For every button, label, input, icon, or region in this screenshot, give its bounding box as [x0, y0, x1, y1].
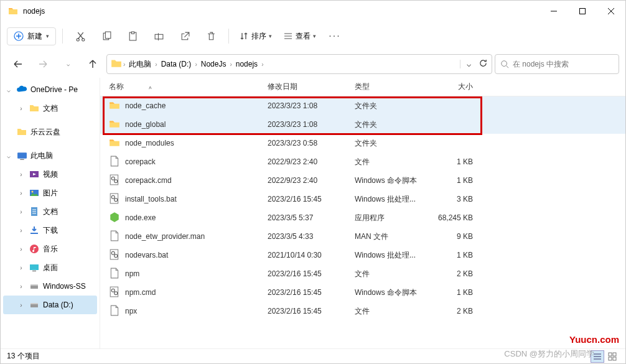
sidebar-item-docs[interactable]: ›文档 — [1, 99, 100, 118]
dropdown-icon[interactable]: ⌵ — [460, 60, 477, 68]
file-row[interactable]: corepack2022/9/23 2:40文件1 KB — [100, 152, 625, 171]
icons-view-button[interactable] — [605, 350, 619, 363]
file-name: npm — [125, 269, 139, 278]
sidebar-item-winss[interactable]: ›Windows-SS — [1, 277, 100, 296]
file-date: 2023/2/16 15:45 — [268, 269, 355, 278]
paste-button[interactable] — [121, 25, 144, 47]
col-name[interactable]: 名称 — [109, 82, 124, 91]
copy-button[interactable] — [95, 25, 118, 47]
file-icon — [109, 156, 120, 169]
file-row[interactable]: npx2023/2/16 15:45文件2 KB — [100, 302, 625, 320]
file-date: 2023/2/16 15:45 — [268, 307, 355, 315]
file-icon — [109, 174, 120, 187]
new-button[interactable]: 新建 ▾ — [7, 27, 56, 45]
maximize-button[interactable] — [568, 1, 597, 22]
rename-button[interactable] — [147, 25, 170, 47]
file-row[interactable]: node_etw_provider.man2023/3/5 4:33MAN 文件… — [100, 227, 625, 246]
titlebar: nodejs — [1, 1, 625, 22]
sort-label: 排序 — [251, 31, 266, 42]
svg-rect-18 — [32, 271, 36, 271]
col-type[interactable]: 类型 — [355, 82, 429, 92]
file-row[interactable]: npm2023/2/16 15:45文件2 KB — [100, 264, 625, 283]
sidebar-item-pictures[interactable]: ›图片 — [1, 184, 100, 202]
sidebar-item-downloads[interactable]: ›下载 — [1, 221, 100, 240]
view-button[interactable]: 查看 ▾ — [279, 31, 320, 42]
file-icon — [109, 137, 120, 150]
refresh-button[interactable] — [479, 58, 488, 70]
cut-button[interactable] — [69, 25, 91, 47]
sidebar-item-thispc[interactable]: ⌵此电脑 — [1, 146, 100, 165]
svg-rect-17 — [30, 264, 39, 270]
folder-icon — [111, 58, 122, 71]
file-name: npm.cmd — [125, 288, 156, 297]
breadcrumb[interactable]: › 此电脑 › Data (D:) › NodeJs › nodejs › ⌵ — [106, 54, 492, 74]
up-button[interactable] — [82, 53, 104, 75]
sort-indicator-icon: ʌ — [149, 85, 152, 90]
file-size: 68,245 KB — [429, 213, 473, 222]
svg-rect-10 — [17, 152, 27, 159]
share-button[interactable] — [174, 25, 196, 47]
file-date: 2023/3/5 5:37 — [268, 213, 355, 222]
file-icon — [109, 286, 120, 299]
svg-rect-7 — [131, 32, 134, 34]
sidebar: ⌵OneDrive - Pe ›文档 乐云云盘 ⌵此电脑 ›视频 ›图片 ›文档… — [1, 78, 100, 348]
file-row[interactable]: node_cache2023/3/23 1:08文件夹 — [100, 96, 625, 115]
bc-seg[interactable]: 此电脑 — [126, 58, 154, 71]
minimize-button[interactable] — [540, 1, 568, 22]
file-icon — [109, 249, 120, 262]
file-date: 2023/3/23 0:58 — [268, 139, 355, 147]
file-icon — [109, 193, 120, 206]
file-icon — [109, 118, 120, 131]
more-button[interactable]: ··· — [324, 25, 346, 47]
watermark: Yuucn.com — [569, 334, 619, 345]
file-type: 文件夹 — [355, 138, 429, 149]
svg-point-9 — [502, 61, 507, 67]
file-name: nodevars.bat — [125, 251, 168, 259]
sidebar-item-video[interactable]: ›视频 — [1, 165, 100, 184]
nav-row: ⌵ › 此电脑 › Data (D:) › NodeJs › nodejs › … — [1, 50, 625, 78]
search-icon — [500, 60, 509, 68]
search-placeholder: 在 nodejs 中搜索 — [513, 59, 569, 70]
file-date: 2023/3/23 1:08 — [268, 101, 355, 110]
back-button[interactable] — [7, 53, 29, 75]
file-size: 3 KB — [429, 195, 473, 203]
file-row[interactable]: corepack.cmd2022/9/23 2:40Windows 命令脚本1 … — [100, 171, 625, 190]
close-button[interactable] — [597, 1, 625, 22]
col-date[interactable]: 修改日期 — [268, 82, 355, 92]
forward-button[interactable] — [32, 53, 54, 75]
search-input[interactable]: 在 nodejs 中搜索 — [495, 54, 619, 74]
file-row[interactable]: node.exe2023/3/5 5:37应用程序68,245 KB — [100, 208, 625, 227]
file-row[interactable]: node_modules2023/3/23 0:58文件夹 — [100, 134, 625, 152]
bc-seg[interactable]: nodejs — [233, 58, 260, 70]
file-type: 应用程序 — [355, 213, 429, 223]
col-size[interactable]: 大小 — [429, 82, 473, 92]
sidebar-item-music[interactable]: ›音乐 — [1, 240, 100, 258]
bc-seg[interactable]: NodeJs — [199, 58, 229, 70]
file-row[interactable]: install_tools.bat2023/2/16 15:45Windows … — [100, 190, 625, 208]
recent-button[interactable]: ⌵ — [57, 53, 79, 75]
bc-seg[interactable]: Data (D:) — [159, 58, 194, 70]
file-row[interactable]: node_global2023/3/23 1:08文件夹 — [100, 115, 625, 134]
chevron-down-icon: ▾ — [46, 33, 49, 39]
file-size: 1 KB — [429, 251, 473, 259]
svg-rect-37 — [609, 357, 612, 360]
watermark: CSDN @努力的小周同学 — [504, 348, 594, 360]
file-name: install_tools.bat — [125, 195, 177, 203]
file-size: 1 KB — [429, 176, 473, 185]
file-row[interactable]: npm.cmd2023/2/16 15:45Windows 命令脚本1 KB — [100, 283, 625, 302]
file-date: 2022/9/23 2:40 — [268, 176, 355, 185]
svg-rect-22 — [30, 303, 38, 304]
delete-button[interactable] — [200, 25, 222, 47]
sidebar-item-leyun[interactable]: 乐云云盘 — [1, 123, 100, 141]
file-icon — [109, 268, 120, 281]
column-headers[interactable]: 名称ʌ 修改日期 类型 大小 — [100, 78, 625, 96]
sort-button[interactable]: 排序 ▾ — [235, 31, 276, 42]
sidebar-item-onedrive[interactable]: ⌵OneDrive - Pe — [1, 80, 100, 99]
file-row[interactable]: nodevars.bat2021/10/14 0:30Windows 批处理..… — [100, 246, 625, 264]
file-name: npx — [125, 307, 137, 315]
file-type: 文件夹 — [355, 119, 429, 130]
sidebar-item-desktop[interactable]: ›桌面 — [1, 258, 100, 277]
sidebar-item-datad[interactable]: ›Data (D:) — [3, 296, 97, 314]
file-date: 2021/10/14 0:30 — [268, 251, 355, 259]
sidebar-item-docs2[interactable]: ›文档 — [1, 202, 100, 221]
